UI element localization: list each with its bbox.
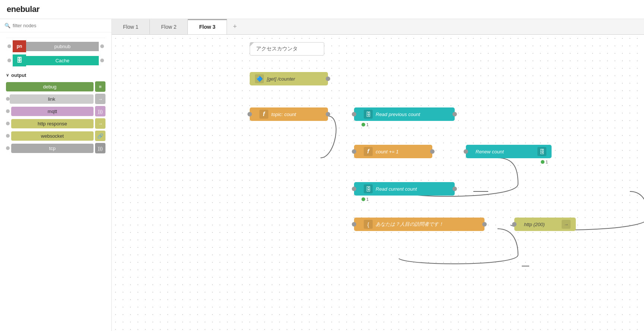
search-icon: 🔍 xyxy=(4,23,10,28)
flow-canvas[interactable]: アクセスカウンタ 🔷 [get] /counter f topic: count xyxy=(112,35,644,331)
debug-label: debug xyxy=(6,82,94,91)
count-inc-port-right xyxy=(430,149,435,154)
node-pubnub[interactable]: pn pubnub xyxy=(6,40,105,52)
port-right-cache xyxy=(100,59,104,62)
port-left-link xyxy=(6,97,10,101)
search-box: 🔍 xyxy=(0,19,111,32)
websocket-icon: 🔗 xyxy=(95,131,105,141)
search-input[interactable] xyxy=(13,23,107,28)
node-link[interactable]: link → xyxy=(6,94,105,104)
node-cache[interactable]: 🗄 Cache xyxy=(6,54,105,66)
read-prev-port-right xyxy=(452,112,457,116)
port-left-mqtt xyxy=(6,109,10,113)
count-inc-port-left xyxy=(352,149,356,154)
node-tcp[interactable]: tcp ))) xyxy=(6,143,105,153)
port-left-cache xyxy=(7,59,11,62)
node-read-prev[interactable]: 🗄 Read previous count 1 xyxy=(354,107,455,121)
port-left-http-resp xyxy=(6,122,10,125)
link-icon: → xyxy=(95,94,105,104)
logo: enebular xyxy=(7,4,40,14)
conn-get-topic xyxy=(321,116,336,158)
topic-count-port-right xyxy=(326,112,330,116)
pubnub-label: pubnub xyxy=(26,42,99,51)
read-curr-badge: 1 xyxy=(362,197,369,202)
renew-count-label: Renew count xyxy=(476,149,534,154)
template-icon: { xyxy=(364,220,373,229)
cache-icon: 🗄 xyxy=(13,54,26,66)
read-curr-icon: 🗄 xyxy=(364,184,373,193)
node-debug[interactable]: debug ≡ xyxy=(6,81,105,92)
port-left-pubnub xyxy=(7,44,11,48)
template-port-right xyxy=(482,222,487,227)
node-websocket[interactable]: websocket 🔗 xyxy=(6,131,105,141)
count-inc-label: count += 1 xyxy=(376,149,398,154)
read-curr-label: Read current count xyxy=(376,186,417,192)
node-count-inc[interactable]: f count += 1 xyxy=(354,145,432,158)
read-prev-label: Read previous count xyxy=(376,112,420,117)
link-label: link xyxy=(10,94,94,104)
node-read-curr[interactable]: 🗄 Read current count 1 xyxy=(354,182,455,196)
chevron-icon: ∨ xyxy=(6,73,9,78)
node-renew-count[interactable]: Renew count 🗄 1 xyxy=(466,145,552,158)
mqtt-icon: ))) xyxy=(95,106,105,116)
read-prev-icon: 🗄 xyxy=(364,110,373,119)
port-right-pubnub xyxy=(100,44,104,48)
tcp-label: tcp xyxy=(11,144,94,153)
template-port-left xyxy=(352,222,356,227)
comment-node: アクセスカウンタ xyxy=(250,42,324,56)
read-curr-port-left xyxy=(352,187,356,191)
port-left-tcp xyxy=(6,146,10,150)
renew-count-port-left xyxy=(464,149,468,154)
http200-label: http (200) xyxy=(524,222,559,227)
tcp-icon: ))) xyxy=(95,143,105,153)
sidebar-nodes: pn pubnub 🗄 Cache ∨ output debug ≡ xyxy=(0,32,111,331)
output-section-label: output xyxy=(11,72,26,78)
conn-readcurr-loop xyxy=(399,229,518,264)
tab-bar: Flow 1 Flow 2 Flow 3 + xyxy=(112,19,644,35)
tab-add-button[interactable]: + xyxy=(227,19,243,34)
read-prev-badge: 1 xyxy=(362,122,369,127)
debug-icon: ≡ xyxy=(95,81,105,92)
cache-label: Cache xyxy=(26,56,99,65)
get-counter-port-right xyxy=(326,76,330,81)
http200-port-left xyxy=(512,222,517,227)
topic-count-port-left xyxy=(247,112,252,116)
count-inc-icon: f xyxy=(364,147,373,156)
renew-count-icon: 🗄 xyxy=(537,147,546,156)
template-label: あなたは？人目の訪問者です！ xyxy=(376,221,443,228)
http-resp-icon: → xyxy=(95,118,105,129)
tab-flow1[interactable]: Flow 1 xyxy=(112,19,150,34)
mqtt-label: mqtt xyxy=(11,107,94,116)
read-curr-port-right xyxy=(452,187,457,191)
get-counter-icon: 🔷 xyxy=(255,74,264,83)
header: enebular xyxy=(0,0,644,19)
sidebar: 🔍 pn pubnub 🗄 Cache ∨ o xyxy=(0,19,112,331)
topic-count-label: topic: count xyxy=(271,112,296,117)
tab-flow3[interactable]: Flow 3 xyxy=(188,19,227,34)
http200-icon: → xyxy=(562,220,571,229)
http-resp-label: http response xyxy=(11,119,94,128)
pubnub-icon: pn xyxy=(13,40,26,52)
node-http200[interactable]: http (200) → xyxy=(514,218,576,231)
read-prev-port-left xyxy=(352,112,356,116)
tab-flow2[interactable]: Flow 2 xyxy=(150,19,188,34)
canvas-area: Flow 1 Flow 2 Flow 3 + xyxy=(112,19,644,331)
main-layout: 🔍 pn pubnub 🗄 Cache ∨ o xyxy=(0,19,644,331)
node-topic-count[interactable]: f topic: count xyxy=(250,107,328,121)
output-section-header[interactable]: ∨ output xyxy=(0,69,111,79)
port-left-websocket xyxy=(6,134,10,138)
comment-corner xyxy=(250,43,254,46)
node-mqtt[interactable]: mqtt ))) xyxy=(6,106,105,116)
node-get-counter[interactable]: 🔷 [get] /counter xyxy=(250,72,328,85)
node-http-response[interactable]: http response → xyxy=(6,118,105,129)
renew-count-badge: 1 xyxy=(541,160,548,164)
node-template[interactable]: { あなたは？人目の訪問者です！ xyxy=(354,218,484,231)
topic-count-icon: f xyxy=(259,110,268,119)
websocket-label: websocket xyxy=(11,131,94,141)
get-counter-label: [get] /counter xyxy=(267,76,295,82)
comment-text: アクセスカウンタ xyxy=(256,46,298,51)
